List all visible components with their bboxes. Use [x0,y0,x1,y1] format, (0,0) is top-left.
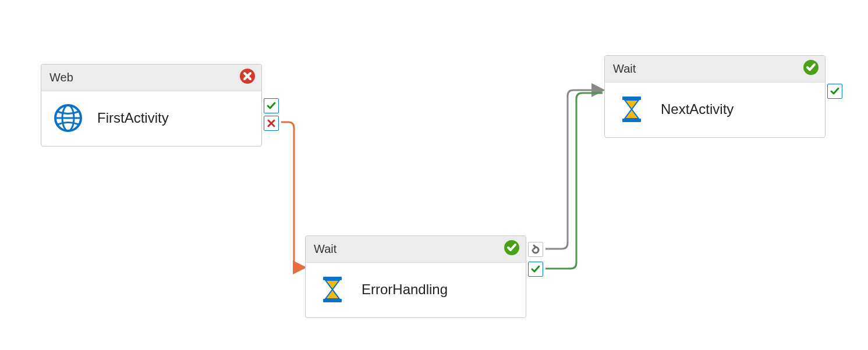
output-port-failure[interactable] [264,116,279,131]
status-badge-success [803,59,819,78]
hourglass-icon [317,274,348,305]
node-body: ErrorHandling [306,263,526,317]
node-title: ErrorHandling [362,281,448,298]
output-port-success[interactable] [827,84,842,99]
status-badge-success [504,240,520,259]
activity-node-first[interactable]: Web FirstActivity [41,64,262,147]
node-body: FirstActivity [41,91,261,146]
node-title: NextActivity [661,101,734,117]
web-globe-icon [53,103,83,133]
connector-completion[interactable] [545,90,603,249]
activity-node-error-handling[interactable]: Wait ErrorHandling [305,235,526,318]
node-header: Wait [605,56,825,83]
hourglass-icon [617,94,647,124]
node-type-label: Web [49,71,73,84]
node-type-label: Wait [613,62,636,76]
connector-success[interactable] [545,93,603,269]
connector-failure[interactable] [281,122,304,267]
output-port-success[interactable] [264,98,279,113]
node-header: Web [41,65,261,91]
output-port-completion[interactable] [528,242,543,257]
node-header: Wait [306,236,526,263]
activity-node-next[interactable]: Wait NextActivity [604,55,826,138]
pipeline-canvas[interactable]: Web FirstActivity [0,0,868,350]
node-type-label: Wait [314,242,336,256]
node-title: FirstActivity [97,110,169,126]
node-body: NextActivity [605,83,825,137]
output-port-success[interactable] [528,262,543,277]
status-badge-error [239,68,256,87]
